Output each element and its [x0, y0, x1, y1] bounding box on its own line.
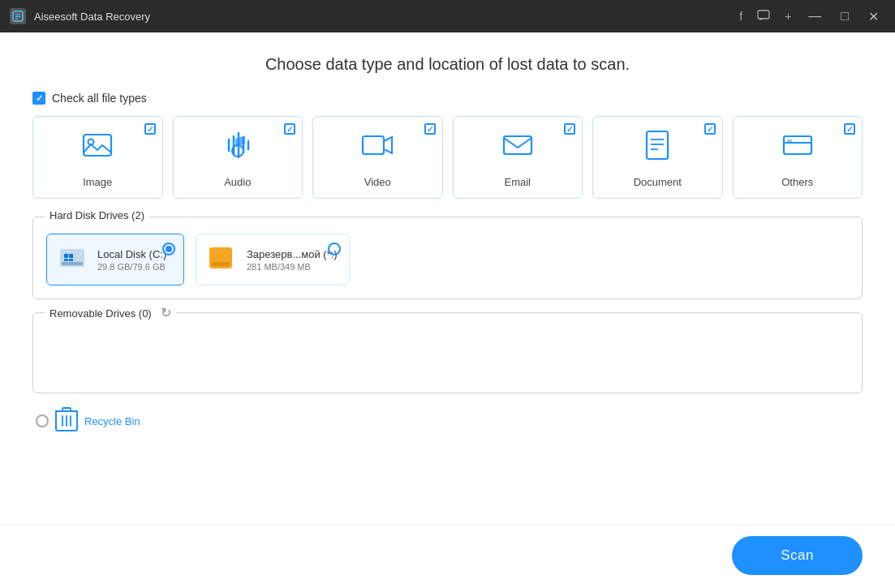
video-checkbox[interactable]: [424, 123, 436, 135]
document-label: Document: [634, 176, 682, 188]
svg-rect-20: [69, 254, 73, 258]
email-icon: [501, 128, 535, 170]
audio-icon: [221, 128, 255, 170]
drive-c-size: 29.8 GB/79.6 GB: [97, 262, 166, 272]
svg-rect-18: [62, 262, 83, 265]
drive-c-radio[interactable]: [162, 242, 175, 255]
image-checkbox[interactable]: [144, 123, 156, 135]
drive-reserved-icon: [208, 242, 239, 277]
drive-c-name: Local Disk (C:): [97, 248, 166, 260]
others-checkbox[interactable]: [844, 123, 855, 135]
recycle-bin-icon: [55, 406, 78, 436]
drive-reserved-radio[interactable]: [328, 242, 341, 255]
svg-rect-4: [758, 11, 769, 19]
window-controls: f + — □ ✕: [735, 7, 885, 26]
drive-local-c[interactable]: Local Disk (C:) 29.8 GB/79.6 GB: [46, 234, 184, 285]
hard-disk-title: Hard Disk Drives (2): [45, 209, 149, 221]
recycle-label: Recycle Bin: [84, 415, 140, 427]
file-type-document[interactable]: Document: [592, 116, 723, 199]
email-checkbox[interactable]: [564, 123, 575, 135]
file-type-audio[interactable]: Audio: [173, 116, 303, 199]
svg-rect-8: [363, 136, 384, 154]
file-types-row: Image Audio Video: [32, 116, 863, 199]
recycle-bin-section: Recycle Bin: [32, 406, 863, 436]
refresh-icon[interactable]: ↻: [161, 306, 171, 320]
plus-icon[interactable]: +: [781, 8, 795, 24]
drive-c-info: Local Disk (C:) 29.8 GB/79.6 GB: [97, 248, 166, 272]
check-all-row[interactable]: Check all file types: [32, 92, 863, 105]
drive-reserved-size: 281 MB/349 MB: [247, 262, 338, 272]
svg-rect-10: [647, 131, 668, 159]
scan-button[interactable]: Scan: [732, 536, 863, 575]
app-title: Aiseesoft Data Recovery: [34, 11, 735, 23]
file-type-email[interactable]: Email: [453, 116, 583, 199]
svg-rect-19: [64, 254, 68, 258]
app-icon: [10, 8, 26, 24]
audio-label: Audio: [224, 176, 251, 188]
drives-row: Local Disk (C:) 29.8 GB/79.6 GB Зарезерв…: [46, 234, 849, 285]
removable-title-text: Removable Drives (0): [49, 307, 152, 320]
video-label: Video: [364, 176, 391, 188]
svg-rect-14: [784, 136, 811, 154]
svg-rect-21: [64, 259, 68, 261]
svg-rect-27: [62, 408, 71, 411]
removable-section: Removable Drives (0) ↻: [32, 312, 863, 393]
document-checkbox[interactable]: [704, 123, 716, 135]
drive-reserved-name: Зарезерв...мой (*:): [247, 248, 338, 260]
document-icon: [640, 128, 674, 170]
minimize-button[interactable]: —: [802, 7, 828, 25]
svg-rect-16: [787, 139, 792, 143]
drive-reserved[interactable]: Зарезерв...мой (*:) 281 MB/349 MB: [196, 234, 350, 285]
main-content: Choose data type and location of lost da…: [0, 32, 895, 524]
svg-rect-9: [504, 136, 531, 154]
bottom-bar: Scan: [0, 524, 895, 588]
email-label: Email: [504, 176, 531, 188]
file-type-others[interactable]: Others: [733, 116, 863, 199]
image-icon: [80, 128, 114, 170]
others-icon: [781, 128, 815, 170]
maximize-button[interactable]: □: [834, 7, 855, 25]
svg-rect-5: [84, 135, 111, 156]
drive-reserved-info: Зарезерв...мой (*:) 281 MB/349 MB: [247, 248, 338, 272]
check-all-checkbox[interactable]: [32, 92, 45, 105]
check-all-label: Check all file types: [52, 92, 147, 105]
drive-c-icon: [58, 242, 89, 277]
file-type-image[interactable]: Image: [32, 116, 163, 199]
facebook-icon[interactable]: f: [735, 8, 747, 24]
recycle-radio[interactable]: [36, 414, 49, 427]
close-button[interactable]: ✕: [862, 7, 885, 26]
audio-checkbox[interactable]: [284, 123, 295, 135]
others-label: Others: [781, 176, 813, 188]
svg-rect-22: [69, 259, 73, 261]
chat-icon[interactable]: [753, 7, 774, 26]
video-icon: [360, 128, 394, 170]
page-title: Choose data type and location of lost da…: [32, 55, 863, 74]
removable-title: Removable Drives (0) ↻: [45, 305, 176, 320]
image-label: Image: [83, 176, 112, 188]
file-type-video[interactable]: Video: [312, 116, 443, 199]
svg-rect-24: [212, 262, 230, 266]
titlebar: Aiseesoft Data Recovery f + — □ ✕: [0, 0, 895, 32]
hard-disk-section: Hard Disk Drives (2): [32, 217, 863, 299]
